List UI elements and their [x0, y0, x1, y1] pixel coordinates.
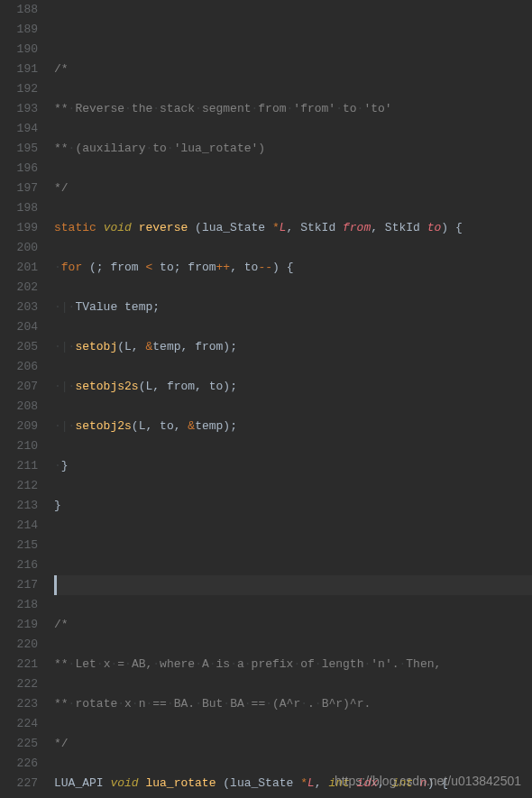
code-line: }	[54, 496, 532, 516]
line-number: 206	[5, 357, 38, 377]
line-number: 199	[5, 218, 38, 238]
line-number: 211	[5, 456, 38, 476]
line-number: 202	[5, 278, 38, 298]
line-number: 213	[5, 496, 38, 516]
code-line	[54, 536, 532, 555]
watermark-text: https://blog.csdn.net/u013842501	[335, 771, 521, 791]
line-number: 212	[5, 476, 38, 496]
line-number: 189	[5, 20, 38, 40]
line-number: 190	[5, 40, 38, 60]
code-line: */	[54, 734, 532, 754]
code-line: ·|·setobj2s(L, to, &temp);	[54, 417, 532, 436]
code-line: ·}	[54, 456, 532, 476]
code-line: /*	[54, 60, 532, 79]
code-line: ·for (; from < to; from++, to--) {	[54, 258, 532, 278]
code-line: ·|·TValue temp;	[54, 298, 532, 317]
line-number: 191	[5, 60, 38, 79]
code-line: **·Reverse·the·stack·segment·from·'from'…	[54, 99, 532, 119]
line-number: 208	[5, 397, 38, 417]
line-number: 195	[5, 139, 38, 159]
line-number: 227	[5, 774, 38, 793]
line-number: 225	[5, 734, 38, 754]
line-number: 218	[5, 595, 38, 615]
line-number: 215	[5, 536, 38, 555]
line-number: 214	[5, 516, 38, 536]
line-number: 224	[5, 714, 38, 734]
code-line: /*	[54, 615, 532, 635]
code-line: **·(auxiliary·to·'lua_rotate')	[54, 139, 532, 159]
line-number: 223	[5, 694, 38, 714]
code-editor: 1881891901911921931941951961971981992002…	[0, 0, 532, 798]
code-line: static void reverse (lua_State *L, StkId…	[54, 218, 532, 238]
line-number: 193	[5, 99, 38, 119]
line-number: 217	[5, 575, 38, 595]
line-number: 222	[5, 674, 38, 694]
line-number: 196	[5, 159, 38, 179]
code-area: /* **·Reverse·the·stack·segment·from·'fr…	[47, 0, 532, 798]
line-number: 205	[5, 337, 38, 357]
line-number: 226	[5, 754, 38, 774]
line-number: 200	[5, 238, 38, 258]
line-number: 197	[5, 179, 38, 198]
code-line: */	[54, 179, 532, 198]
line-number: 203	[5, 298, 38, 317]
line-number: 219	[5, 615, 38, 635]
line-number: 198	[5, 198, 38, 218]
code-line: **·rotate·x·n·==·BA.·But·BA·==·(A^r·.·B^…	[54, 694, 532, 714]
code-line-current	[54, 575, 532, 595]
code-line: ·|·setobj(L, &temp, from);	[54, 337, 532, 357]
line-number: 220	[5, 635, 38, 655]
code-line	[54, 20, 532, 40]
line-number: 216	[5, 555, 38, 575]
line-number: 201	[5, 258, 38, 278]
line-number: 188	[5, 0, 38, 20]
code-line: ·|·setobjs2s(L, from, to);	[54, 377, 532, 397]
line-number: 209	[5, 417, 38, 436]
line-number-gutter: 1881891901911921931941951961971981992002…	[0, 0, 47, 798]
line-number: 192	[5, 79, 38, 99]
code-line: **·Let·x·=·AB,·where·A·is·a·prefix·of·le…	[54, 655, 532, 674]
line-number: 221	[5, 655, 38, 674]
line-number: 194	[5, 119, 38, 139]
line-number: 207	[5, 377, 38, 397]
line-number: 204	[5, 317, 38, 337]
line-number: 210	[5, 436, 38, 456]
